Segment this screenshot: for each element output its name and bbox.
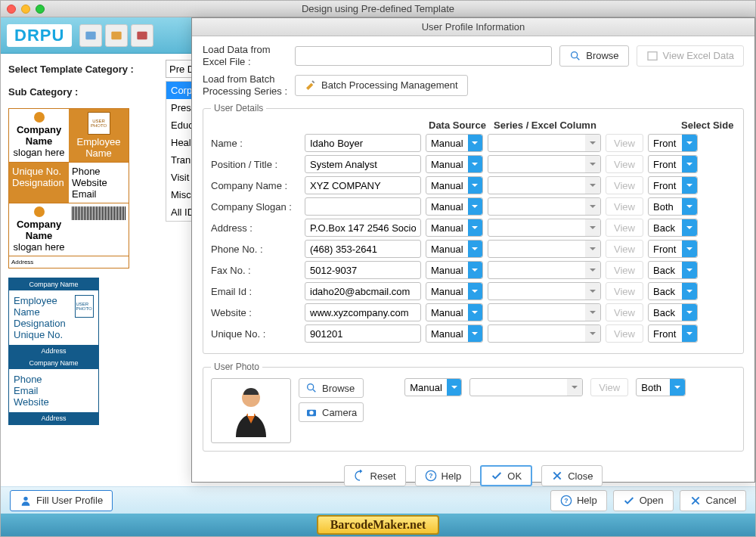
field-label: Phone No. : xyxy=(211,244,300,255)
modal-footer: Reset ? Help OK Close xyxy=(203,459,744,495)
field-input[interactable] xyxy=(305,176,421,194)
data-source-select[interactable]: Manual xyxy=(426,324,483,343)
series-select[interactable] xyxy=(488,197,601,216)
field-input[interactable] xyxy=(305,324,421,343)
field-label: Fax No. : xyxy=(211,265,300,276)
field-input[interactable] xyxy=(305,240,421,258)
series-select[interactable] xyxy=(488,261,601,279)
data-source-select[interactable]: Manual xyxy=(426,282,483,300)
data-source-select[interactable]: Manual xyxy=(426,134,483,152)
series-select[interactable] xyxy=(488,176,601,194)
user-detail-row: Address :ManualViewBack xyxy=(211,219,736,237)
table-icon xyxy=(646,50,658,62)
field-input[interactable] xyxy=(305,134,421,152)
photo-data-source-select[interactable]: Manual xyxy=(404,378,462,396)
ok-button[interactable]: OK xyxy=(480,465,532,486)
data-source-select[interactable]: Manual xyxy=(426,219,483,237)
chevron-down-icon xyxy=(585,219,600,236)
close-icon xyxy=(551,470,563,482)
preview-photo: USER PHOTO xyxy=(88,112,110,135)
data-source-select[interactable]: Manual xyxy=(426,155,483,173)
help-button[interactable]: ? Help xyxy=(415,465,472,486)
chevron-down-icon xyxy=(682,177,697,194)
svg-rect-1 xyxy=(112,31,122,39)
view-button: View xyxy=(606,155,643,173)
user-detail-row: Company Slogan :ManualViewBoth xyxy=(211,197,736,216)
chevron-down-icon xyxy=(468,304,482,321)
camera-icon xyxy=(305,406,318,418)
photo-preview xyxy=(211,378,291,443)
reset-button[interactable]: Reset xyxy=(344,465,406,486)
minimize-window-icon[interactable] xyxy=(21,5,30,14)
field-input[interactable] xyxy=(305,197,421,216)
side-select[interactable]: Front xyxy=(648,155,698,173)
field-input[interactable] xyxy=(305,282,421,300)
template-preview-1[interactable]: Company Name slogan here USER PHOTO Empl… xyxy=(8,108,129,425)
field-label: Address : xyxy=(211,222,300,234)
series-select[interactable] xyxy=(488,134,601,152)
chevron-down-icon xyxy=(468,177,482,194)
user-detail-row: Fax No. :ManualViewBack xyxy=(211,261,736,279)
load-excel-label: Load Data from Excel File : xyxy=(203,44,287,67)
field-label: Email Id : xyxy=(211,286,300,297)
refresh-icon xyxy=(354,470,366,482)
series-select[interactable] xyxy=(488,240,601,258)
side-select[interactable]: Back xyxy=(648,303,698,321)
series-select[interactable] xyxy=(488,282,601,300)
chevron-down-icon xyxy=(585,304,600,321)
side-select[interactable]: Both xyxy=(648,197,698,216)
window-controls xyxy=(7,5,45,14)
preview-emp: Employee Name xyxy=(77,136,121,159)
data-source-select[interactable]: Manual xyxy=(426,303,483,321)
field-input[interactable] xyxy=(305,303,421,321)
browse-excel-button[interactable]: Browse xyxy=(559,45,628,67)
data-source-select[interactable]: Manual xyxy=(426,176,483,194)
photo-side-select[interactable]: Both xyxy=(636,378,686,396)
chevron-down-icon xyxy=(682,283,697,300)
chevron-down-icon xyxy=(468,283,482,300)
avatar-icon xyxy=(228,384,274,437)
field-label: Name : xyxy=(211,138,300,149)
view-excel-button: View Excel Data xyxy=(637,45,744,67)
browse-photo-button[interactable]: Browse xyxy=(299,378,364,398)
series-select[interactable] xyxy=(488,324,601,343)
side-select[interactable]: Back xyxy=(648,282,698,300)
series-select[interactable] xyxy=(488,303,601,321)
preview-desig: Designation xyxy=(12,177,64,188)
maximize-window-icon[interactable] xyxy=(36,5,45,14)
view-button: View xyxy=(606,219,643,237)
chevron-down-icon xyxy=(670,379,685,396)
data-source-select[interactable]: Manual xyxy=(426,240,483,258)
side-select[interactable]: Front xyxy=(648,324,698,343)
brand-badge: BarcodeMaker.net xyxy=(317,515,440,535)
series-select[interactable] xyxy=(488,219,601,237)
field-input[interactable] xyxy=(305,155,421,173)
batch-processing-button[interactable]: Batch Processing Management xyxy=(295,75,468,96)
close-window-icon[interactable] xyxy=(7,5,16,14)
chevron-down-icon xyxy=(585,135,600,151)
photo-view-button: View xyxy=(590,378,628,396)
side-select[interactable]: Front xyxy=(648,240,698,258)
close-button[interactable]: Close xyxy=(541,465,603,486)
data-source-select[interactable]: Manual xyxy=(426,197,483,216)
photo-series-select[interactable] xyxy=(469,378,583,396)
camera-button[interactable]: Camera xyxy=(299,402,364,422)
side-select[interactable]: Back xyxy=(648,219,698,237)
svg-point-8 xyxy=(308,384,314,390)
series-select[interactable] xyxy=(488,155,601,173)
field-input[interactable] xyxy=(305,261,421,279)
side-select[interactable]: Front xyxy=(648,176,698,194)
excel-path-input[interactable] xyxy=(295,46,552,66)
side-select[interactable]: Front xyxy=(648,134,698,152)
chevron-down-icon xyxy=(468,135,482,151)
template-preview-2[interactable]: Company Name Employee Name Designation U… xyxy=(8,278,99,425)
preview-unique: Unique No. xyxy=(12,166,61,177)
chevron-down-icon xyxy=(468,219,482,236)
data-source-select[interactable]: Manual xyxy=(426,261,483,279)
fill-user-profile-button[interactable]: Fill User Profile xyxy=(10,490,113,511)
side-select[interactable]: Back xyxy=(648,261,698,279)
user-details-legend: User Details xyxy=(211,103,266,113)
chevron-down-icon xyxy=(585,262,600,278)
view-button: View xyxy=(606,282,643,300)
field-input[interactable] xyxy=(305,219,421,237)
